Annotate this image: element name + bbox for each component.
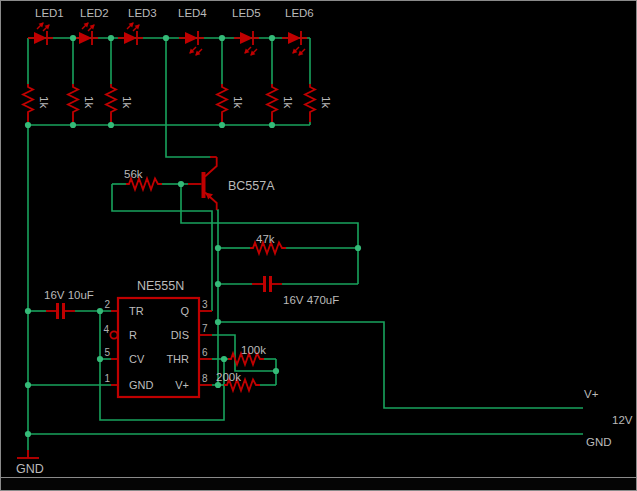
led2-arrows: [82, 22, 89, 29]
resistor-100k-value: 100k: [241, 344, 266, 356]
pin7-number: 7: [202, 323, 208, 334]
junction-dot: [215, 382, 221, 388]
led1-arrows: [37, 22, 44, 29]
led2-symbol[interactable]: [73, 31, 98, 45]
pin3-label: Q: [180, 305, 189, 317]
capacitor-10uF-value: 16V 10uF: [44, 289, 94, 301]
collector: [205, 157, 217, 177]
schematic-svg[interactable]: LED1 LED2 LED3 LED4 LED5 LED6 1k 1k 1k 1…: [0, 0, 637, 491]
pin6-number: 6: [202, 347, 208, 358]
pin4-label: R: [129, 329, 137, 341]
resistor-1k-symbol[interactable]: [305, 84, 315, 122]
led5-arrows: [250, 49, 257, 56]
junction-dot: [97, 308, 103, 314]
led3-symbol[interactable]: [118, 31, 143, 45]
led-string[interactable]: LED1 LED2 LED3 LED4 LED5 LED6: [28, 7, 314, 56]
pin2-number: 2: [104, 299, 110, 310]
schematic-canvas[interactable]: LED1 LED2 LED3 LED4 LED5 LED6 1k 1k 1k 1…: [0, 0, 637, 491]
cap-plate: [62, 303, 65, 319]
pin6-label: THR: [166, 353, 189, 365]
junction-dot: [215, 281, 221, 287]
junction-dot: [25, 431, 31, 437]
junction-dot: [269, 122, 275, 128]
pin7-label: DIS: [171, 329, 189, 341]
led6-arrows: [292, 47, 299, 54]
gnd-right-label: GND: [586, 436, 612, 448]
resistor-1k-value: 1k: [320, 96, 332, 108]
resistor-56k-symbol[interactable]: [126, 179, 162, 190]
transistor-bc557a[interactable]: BC557A: [188, 157, 275, 210]
junction-dot: [70, 122, 76, 128]
pin2-label: TR: [129, 305, 144, 317]
pin8-number: 8: [202, 373, 208, 384]
led3-label: LED3: [128, 7, 157, 19]
resistor-1k-value: 1k: [232, 96, 244, 108]
led1-symbol[interactable]: [28, 31, 53, 45]
ic-name: NE555N: [137, 279, 184, 293]
resistor-1k-value: 1k: [282, 96, 294, 108]
pin4-number: 4: [103, 324, 109, 335]
resistor-1k-symbol[interactable]: [23, 84, 33, 122]
vplus-label: V+: [584, 388, 599, 400]
wire-vplus-run[interactable]: [218, 322, 583, 408]
resistor-1k-symbol[interactable]: [68, 84, 78, 122]
capacitor-470uF-value: 16V 470uF: [283, 294, 339, 306]
led6-symbol[interactable]: [282, 31, 307, 45]
window-border: [1, 1, 637, 491]
junction-dot: [70, 35, 76, 41]
junction-dot: [97, 356, 103, 362]
led4-label: LED4: [178, 7, 207, 19]
junction-dot: [108, 122, 114, 128]
bottom-strip: [0, 478, 637, 491]
gnd-symbol-label: GND: [16, 462, 44, 476]
led6-label: LED6: [285, 7, 314, 19]
pin8-label: V+: [175, 379, 189, 391]
led3-arrows: [127, 22, 134, 29]
junction-dot: [269, 35, 275, 41]
capacitor-470uF[interactable]: 16V 470uF: [252, 276, 339, 306]
supply-voltage-label: 12V: [612, 414, 633, 426]
pin4-inversion-circle: [110, 331, 117, 338]
resistor-1k-value: 1k: [121, 96, 133, 108]
resistor-200k-value: 200k: [216, 371, 241, 383]
led5-label: LED5: [232, 7, 261, 19]
junction-dot: [108, 35, 114, 41]
led2-label: LED2: [80, 7, 109, 19]
pin5-number: 5: [104, 347, 110, 358]
cap-plate: [269, 276, 272, 292]
led5-arrows: [244, 47, 251, 54]
capacitor-10uF[interactable]: 16V 10uF: [44, 289, 94, 319]
transistor-name: BC557A: [228, 179, 275, 193]
pin1-label: GND: [129, 379, 154, 391]
junction-dot: [215, 245, 221, 251]
led6-arrows: [298, 49, 305, 56]
led4-arrows: [189, 47, 196, 54]
led-resistors[interactable]: 1k 1k 1k 1k 1k 1k: [23, 84, 332, 122]
resistor-56k-value: 56k: [124, 168, 143, 180]
wire-center-tap[interactable]: [166, 38, 211, 157]
junction-dot: [219, 122, 225, 128]
junction-dot: [219, 35, 225, 41]
gnd-symbol[interactable]: GND: [16, 450, 44, 476]
cap-plate: [263, 276, 266, 292]
cap-plate: [56, 303, 59, 319]
led4-arrows: [195, 49, 202, 56]
led5-symbol[interactable]: [234, 31, 259, 45]
junction-dot: [221, 356, 227, 362]
led4-symbol[interactable]: [179, 31, 204, 45]
ic-ne555n[interactable]: NE555N 2 4 5 1 3 7 6 8 TR R CV GND Q DIS…: [103, 279, 212, 397]
junction-dot: [25, 308, 31, 314]
pin1-number: 1: [104, 373, 110, 384]
led2-arrows: [88, 24, 95, 31]
junction-dot: [355, 245, 361, 251]
wires[interactable]: [28, 38, 583, 450]
resistor-1k-symbol[interactable]: [106, 84, 116, 122]
junction-dot: [163, 35, 169, 41]
junction-dot: [215, 319, 221, 325]
resistor-1k-symbol[interactable]: [217, 84, 227, 122]
resistor-1k-symbol[interactable]: [267, 84, 277, 122]
resistor-1k-value: 1k: [38, 96, 50, 108]
resistor-47k-value: 47k: [256, 233, 275, 245]
pin5-label: CV: [129, 353, 145, 365]
led3-arrows: [133, 24, 140, 31]
